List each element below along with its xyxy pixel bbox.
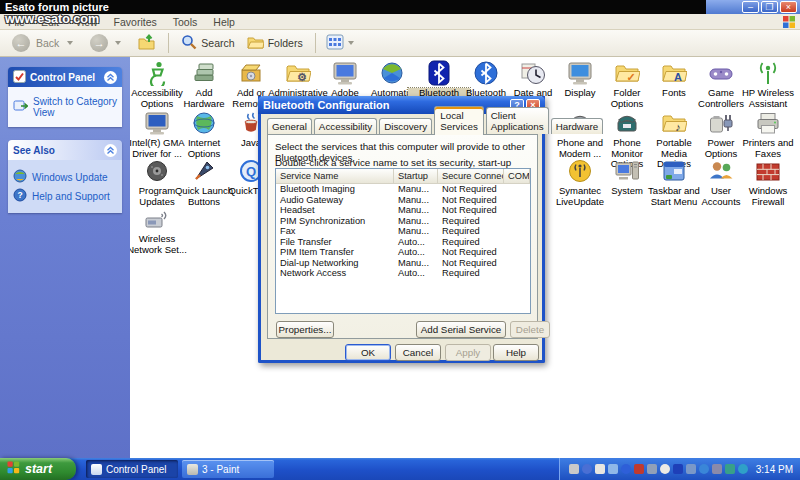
tray-icon[interactable]	[582, 464, 592, 474]
help-icon: ?	[13, 188, 27, 204]
taskbar-task-3-paint[interactable]: 3 - Paint	[182, 460, 274, 478]
back-dropdown-icon[interactable]	[67, 41, 73, 45]
views-icon	[326, 34, 344, 52]
table-row[interactable]: PIM SynchronizationManu...Required	[276, 216, 530, 227]
cancel-button[interactable]: Cancel	[395, 344, 441, 361]
tray-icon[interactable]	[608, 464, 618, 474]
start-flag-icon	[7, 461, 20, 477]
bluetooth-devices-icon	[473, 60, 499, 86]
views-dropdown-icon[interactable]	[348, 41, 354, 45]
cp-item-printers-and-faxes[interactable]: Printers and Faxes	[737, 110, 799, 159]
table-cell: Required	[438, 268, 504, 279]
table-cell: Dial-up Networking	[276, 258, 394, 269]
table-row[interactable]: Audio GatewayManu...Not Required	[276, 195, 530, 206]
cp-item-wireless-network-setup[interactable]: Wireless Network Set...	[130, 206, 188, 255]
collapse-chevron-icon[interactable]	[104, 71, 117, 84]
table-cell: Not Required	[438, 247, 504, 258]
tray-icon[interactable]	[673, 464, 683, 474]
table-cell: Not Required	[438, 184, 504, 195]
table-row[interactable]: File TransferAuto...Required	[276, 237, 530, 248]
tray-icon[interactable]	[699, 464, 709, 474]
table-cell	[504, 268, 530, 279]
table-row[interactable]: Bluetooth ImagingManu...Not Required	[276, 184, 530, 195]
system-icon	[614, 158, 640, 184]
windows-update-link[interactable]: Windows Update	[13, 169, 117, 185]
tab-accessibility[interactable]: Accessibility	[314, 118, 377, 134]
delete-button[interactable]: Delete	[510, 321, 550, 338]
table-row[interactable]: HeadsetManu...Not Required	[276, 205, 530, 216]
help-button[interactable]: Help	[493, 344, 539, 361]
views-button[interactable]	[322, 34, 363, 52]
table-cell: Manu...	[394, 184, 438, 195]
table-cell: Manu...	[394, 195, 438, 206]
table-cell: Required	[438, 216, 504, 227]
table-row[interactable]: Dial-up NetworkingManu...Not Required	[276, 258, 530, 269]
control-panel-icon	[13, 70, 26, 85]
tray-icon[interactable]	[569, 464, 579, 474]
icon-label: HP Wireless Assistant	[737, 88, 799, 109]
svg-text:Q: Q	[246, 164, 256, 179]
cp-item-windows-firewall[interactable]: Windows Firewall	[737, 158, 799, 207]
task-icon	[91, 464, 102, 475]
forward-dropdown-icon[interactable]	[115, 41, 121, 45]
folders-button[interactable]: Folders	[241, 32, 309, 54]
game-controllers-icon	[708, 60, 734, 86]
cp-item-hp-wireless-assistant[interactable]: HP Wireless Assistant	[737, 60, 799, 109]
taskbar-task-control-panel[interactable]: Control Panel	[86, 460, 178, 478]
tab-general[interactable]: General	[267, 118, 312, 134]
column-header-com-port[interactable]: COM Port	[504, 169, 530, 184]
help-and-support-link[interactable]: ? Help and Support	[13, 188, 117, 204]
tray-icon[interactable]	[634, 464, 644, 474]
up-button[interactable]	[132, 32, 162, 54]
column-header-service-name[interactable]: Service Name	[276, 169, 394, 184]
tab-local-services[interactable]: Local Services	[434, 106, 484, 135]
column-header-startup[interactable]: Startup	[394, 169, 438, 184]
power-options-icon	[708, 110, 734, 136]
table-row[interactable]: FaxManu...Required	[276, 226, 530, 237]
table-row[interactable]: PIM Item TransferAuto...Not Required	[276, 247, 530, 258]
folders-icon	[247, 35, 264, 52]
start-button[interactable]: start	[0, 458, 76, 480]
table-cell: Not Required	[438, 205, 504, 216]
table-cell: Not Required	[438, 195, 504, 206]
table-cell	[504, 184, 530, 195]
tray-icon[interactable]	[660, 464, 670, 474]
table-row[interactable]: Network AccessAuto...Required	[276, 268, 530, 279]
tab-hardware[interactable]: Hardware	[551, 118, 603, 134]
toolbar-separator	[315, 33, 316, 53]
table-cell: Manu...	[394, 216, 438, 227]
taskbar-clock[interactable]: 3:14 PM	[756, 464, 793, 475]
forward-button[interactable]: →	[84, 32, 132, 54]
tab-client-applications[interactable]: Client Applications	[486, 107, 549, 134]
restore-button[interactable]: ❐	[761, 1, 778, 13]
tray-icon[interactable]	[738, 464, 748, 474]
pane-title: Control Panel	[30, 72, 95, 83]
menu-tools[interactable]: Tools	[165, 16, 206, 28]
collapse-chevron-icon[interactable]	[104, 144, 117, 157]
tray-icon[interactable]	[647, 464, 657, 474]
column-header-secure-connection[interactable]: Secure Connection	[438, 169, 504, 184]
ok-button[interactable]: OK	[345, 344, 391, 361]
services-table[interactable]: Service NameStartupSecure ConnectionCOM …	[275, 168, 531, 314]
tray-icon[interactable]	[712, 464, 722, 474]
back-icon: ←	[12, 34, 30, 52]
menu-help[interactable]: Help	[205, 16, 243, 28]
tray-icon[interactable]	[686, 464, 696, 474]
program-updates-icon	[144, 158, 170, 184]
watermark-url: www.esato.com	[5, 12, 99, 26]
tray-icon[interactable]	[621, 464, 631, 474]
tray-icon[interactable]	[725, 464, 735, 474]
close-button[interactable]: ×	[780, 1, 797, 13]
tray-icon[interactable]	[595, 464, 605, 474]
menu-favorites[interactable]: Favorites	[106, 16, 165, 28]
tab-discovery[interactable]: Discovery	[379, 118, 432, 134]
search-button[interactable]: Search	[175, 32, 240, 54]
apply-button[interactable]: Apply	[445, 344, 491, 361]
add-serial-service-button[interactable]: Add Serial Service	[416, 321, 506, 338]
taskbar-and-start-menu-icon	[661, 158, 687, 184]
properties-button[interactable]: Properties...	[276, 321, 334, 338]
desktop-screen: Esato forum picture – ❐ × FileEditViewFa…	[0, 0, 800, 480]
switch-category-view-link[interactable]: Switch to Category View	[13, 96, 117, 118]
minimize-button[interactable]: –	[742, 1, 759, 13]
back-button[interactable]: ← Back	[6, 32, 84, 54]
